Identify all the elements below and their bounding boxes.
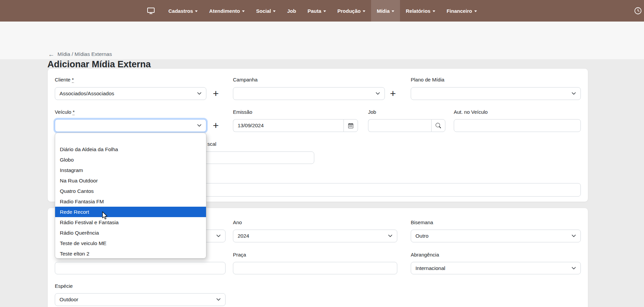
cliente-select-value: Associados/Associados xyxy=(59,91,114,97)
search-job-button[interactable] xyxy=(431,119,445,132)
chevron-down-icon xyxy=(216,234,221,238)
caret-down-icon xyxy=(474,10,477,12)
emissao-input-wrap xyxy=(233,119,344,132)
calendar-icon xyxy=(348,123,353,128)
back-arrow-icon[interactable]: ← xyxy=(48,52,54,57)
nav-item-atendimento[interactable]: Atendimento xyxy=(203,0,250,22)
veiculo-option[interactable]: Radio Fantasia FM xyxy=(55,196,206,207)
breadcrumb-label[interactable]: Mídia / Mídias Externas xyxy=(57,51,112,57)
abrangencia-label: Abrangência xyxy=(411,252,439,258)
veiculo-label: Veículo* xyxy=(55,109,75,115)
veiculo-option[interactable] xyxy=(55,134,206,144)
nav-item-job[interactable]: Job xyxy=(281,0,302,22)
veiculo-select[interactable] xyxy=(55,119,206,132)
job-field-group xyxy=(368,119,445,132)
praca-input[interactable] xyxy=(233,262,397,274)
hidden-column-input[interactable] xyxy=(55,262,225,274)
ano-select-value: 2024 xyxy=(238,233,249,239)
caret-down-icon xyxy=(242,10,245,12)
chevron-down-icon xyxy=(571,92,576,95)
especie-select-value: Outdoor xyxy=(59,297,78,303)
praca-input-wrap xyxy=(233,262,397,274)
bisemana-select[interactable]: Outro xyxy=(411,230,581,242)
aut-no-veiculo-label: Aut. no Veículo xyxy=(454,109,488,115)
veiculo-option[interactable]: Teste de veiculo ME xyxy=(55,238,206,248)
bisemana-select-value: Outro xyxy=(415,233,429,239)
page-header: ← Mídia / Mídias Externas Adicionar Mídi… xyxy=(0,22,644,59)
emissao-label: Emissão xyxy=(233,109,252,115)
veiculo-option[interactable]: Rede Recort xyxy=(55,207,206,217)
required-asterisk: * xyxy=(72,77,74,83)
aut-no-veiculo-input-wrap xyxy=(454,119,581,132)
monitor-icon[interactable] xyxy=(147,0,155,22)
fiscal-label-fragment: scal xyxy=(207,141,216,147)
veiculo-option[interactable]: Instagram xyxy=(55,165,206,175)
chevron-down-icon xyxy=(571,234,576,238)
caret-down-icon xyxy=(195,10,198,12)
nav-item-financeiro[interactable]: Financeiro xyxy=(441,0,483,22)
required-asterisk: * xyxy=(73,109,75,115)
bisemana-label: Bisemana xyxy=(411,219,433,225)
ano-label: Ano xyxy=(233,219,242,225)
cliente-label: Cliente* xyxy=(55,77,74,82)
caret-down-icon xyxy=(273,10,276,12)
job-input[interactable] xyxy=(368,120,431,132)
emissao-input[interactable] xyxy=(233,120,344,132)
praca-label: Praça xyxy=(233,252,246,258)
plano-de-midia-select[interactable] xyxy=(411,87,581,100)
nav-item-producao[interactable]: Produção xyxy=(332,0,371,22)
nav-item-relatorios[interactable]: Relatórios xyxy=(400,0,441,22)
fiscal-input[interactable] xyxy=(189,152,314,164)
especie-label: Espécie xyxy=(55,283,73,289)
veiculo-option[interactable]: Globo xyxy=(55,155,206,165)
caret-down-icon xyxy=(433,10,435,12)
veiculo-dropdown-list: Diário da Aldeia da FolhaGloboInstagramN… xyxy=(55,133,206,259)
hidden-column-input-wrap xyxy=(55,262,226,274)
ano-select[interactable]: 2024 xyxy=(233,230,397,242)
nav-item-cadastros[interactable]: Cadastros xyxy=(163,0,203,22)
top-navigation-bar: Cadastros Atendimento Social Job Pauta P… xyxy=(0,0,644,22)
nav-item-social[interactable]: Social xyxy=(250,0,281,22)
campanha-label: Campanha xyxy=(233,77,257,82)
calendar-button[interactable] xyxy=(344,119,358,132)
chevron-down-icon xyxy=(571,267,576,270)
caret-down-icon xyxy=(323,10,326,12)
veiculo-option[interactable]: Rádio Querência xyxy=(55,228,206,238)
job-label: Job xyxy=(368,109,376,115)
campanha-select[interactable] xyxy=(233,87,385,100)
nav-item-pauta[interactable]: Pauta xyxy=(302,0,332,22)
caret-down-icon xyxy=(363,10,365,12)
add-campanha-button[interactable]: + xyxy=(388,87,398,100)
chevron-down-icon xyxy=(197,124,202,127)
emissao-field-group xyxy=(233,119,358,132)
search-icon xyxy=(436,123,441,128)
chevron-down-icon xyxy=(388,234,393,238)
veiculo-option[interactable]: Diário da Aldeia da Folha xyxy=(55,144,206,155)
fiscal-input-wrap xyxy=(188,151,314,164)
veiculo-option[interactable]: Rádio Festival e Fantasia xyxy=(55,217,206,228)
breadcrumb[interactable]: ← Mídia / Mídias Externas xyxy=(48,51,112,57)
abrangencia-select[interactable]: Internacional xyxy=(411,262,581,274)
add-veiculo-button[interactable]: + xyxy=(210,119,221,132)
veiculo-option[interactable]: Teste elton 2 xyxy=(55,248,206,259)
veiculo-option[interactable]: Quatro Cantos xyxy=(55,186,206,196)
add-cliente-button[interactable]: + xyxy=(210,87,221,100)
caret-down-icon xyxy=(392,10,394,12)
plano-de-midia-label: Plano de Mídia xyxy=(411,77,444,82)
clock-icon[interactable] xyxy=(634,7,642,15)
chevron-down-icon xyxy=(197,92,202,95)
abrangencia-select-value: Internacional xyxy=(415,265,445,271)
especie-select[interactable]: Outdoor xyxy=(55,293,226,306)
job-input-wrap xyxy=(368,119,431,132)
aut-no-veiculo-input[interactable] xyxy=(454,120,580,132)
chevron-down-icon xyxy=(216,298,221,301)
cliente-select[interactable]: Associados/Associados xyxy=(55,87,206,100)
nav-item-midia[interactable]: Mídia xyxy=(371,0,400,22)
veiculo-option[interactable]: Na Rua Outdoor xyxy=(55,175,206,186)
chevron-down-icon xyxy=(375,92,380,95)
